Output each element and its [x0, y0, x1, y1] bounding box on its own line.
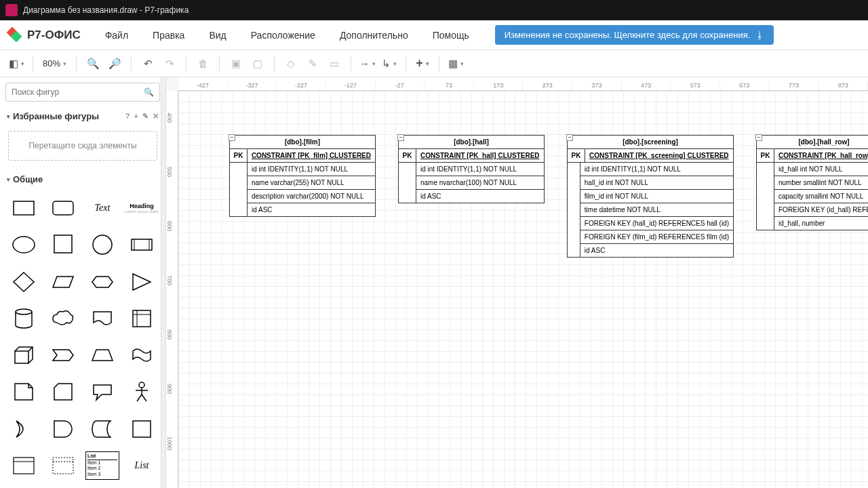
shape-triangle[interactable]	[125, 268, 159, 296]
shape-parallelogram[interactable]	[46, 268, 80, 296]
shape-rounded-rect[interactable]	[46, 194, 80, 222]
shape-hexagon[interactable]	[85, 268, 119, 296]
shape-list-text[interactable]: List	[125, 451, 159, 480]
help-icon[interactable]: ?	[125, 112, 130, 121]
svg-marker-10	[92, 277, 113, 287]
line-color-button[interactable]: ✎	[303, 54, 322, 73]
db-table-hall_row[interactable]: − [dbo].[hall_row] PKCONSTRAINT [PK_hall…	[756, 135, 868, 230]
svg-rect-13	[133, 310, 151, 327]
close-icon[interactable]: ✕	[153, 112, 159, 121]
svg-rect-3	[54, 235, 72, 253]
menu-file[interactable]: Файл	[93, 30, 140, 41]
svg-marker-11	[133, 274, 151, 290]
collapse-icon[interactable]: −	[397, 134, 404, 141]
collapse-icon[interactable]: −	[755, 134, 762, 141]
shadow-button[interactable]: ▭	[325, 54, 344, 73]
svg-marker-17	[92, 350, 113, 361]
shapes-palette: Text HeadingLorem ipsum dolor	[0, 188, 165, 488]
connection-button[interactable]: →▾	[358, 54, 377, 73]
fill-color-button[interactable]: ◇	[281, 54, 300, 73]
shape-process[interactable]	[125, 230, 159, 259]
shape-ellipse[interactable]	[7, 230, 41, 259]
svg-marker-9	[53, 277, 73, 287]
ruler-vertical: 4005006007008009001000	[166, 91, 178, 488]
svg-marker-8	[14, 272, 34, 291]
shape-tape[interactable]	[125, 341, 159, 369]
collapse-icon[interactable]: −	[566, 134, 573, 141]
shape-diamond[interactable]	[7, 268, 41, 296]
shape-search[interactable]: 🔍	[5, 83, 160, 102]
svg-marker-16	[53, 350, 73, 361]
shape-list-box[interactable]	[7, 451, 41, 480]
menu-arrange[interactable]: Расположение	[239, 30, 328, 41]
sidebar: 🔍 ▾Избранные фигуры ? + ✎ ✕ Перетащите с…	[0, 77, 166, 488]
window-title: Диаграмма без названия.draw - Р7-графика	[23, 5, 189, 15]
shape-container[interactable]	[125, 415, 159, 443]
app-icon	[5, 4, 18, 16]
shape-rect[interactable]	[7, 194, 41, 222]
shape-note[interactable]	[7, 378, 41, 406]
shape-trapezoid[interactable]	[85, 341, 119, 369]
shape-step[interactable]	[46, 341, 80, 369]
save-banner-text: Изменения не сохранены. Щелкните здесь д…	[505, 30, 751, 40]
svg-point-4	[93, 235, 112, 254]
titlebar: Диаграмма без названия.draw - Р7-графика	[0, 0, 868, 20]
zoom-out-button[interactable]: 🔎	[105, 54, 124, 73]
undo-button[interactable]: ↶	[138, 54, 157, 73]
favorites-panel-header[interactable]: ▾Избранные фигуры ? + ✎ ✕	[0, 107, 165, 125]
shape-document[interactable]	[85, 304, 119, 333]
edit-icon[interactable]: ✎	[142, 112, 149, 121]
svg-point-2	[13, 237, 35, 253]
shape-callout[interactable]	[85, 378, 119, 406]
redo-button[interactable]: ↷	[160, 54, 179, 73]
shape-square[interactable]	[46, 230, 80, 259]
sidebar-toggle-button[interactable]: ◧▾	[7, 54, 26, 73]
shape-circle[interactable]	[85, 230, 119, 259]
canvas[interactable]: − [dbo].[film] PKCONSTRAINT [PK_film] CL…	[178, 91, 868, 488]
collapse-icon[interactable]: −	[229, 134, 235, 141]
favorites-drop-zone[interactable]: Перетащите сюда элементы	[8, 131, 157, 161]
shape-cylinder[interactable]	[7, 304, 41, 333]
common-panel-header[interactable]: ▾Общие	[0, 170, 165, 188]
shape-data-storage[interactable]	[85, 415, 119, 443]
shape-heading[interactable]: HeadingLorem ipsum dolor	[125, 194, 159, 222]
shape-card[interactable]	[46, 378, 80, 406]
add-icon[interactable]: +	[134, 112, 138, 121]
menu-view[interactable]: Вид	[197, 30, 238, 41]
shape-crescent[interactable]	[7, 415, 41, 443]
svg-line-22	[142, 394, 146, 401]
db-table-film[interactable]: − [dbo].[film] PKCONSTRAINT [PK_film] CL…	[229, 135, 376, 217]
to-front-button[interactable]: ▣	[226, 54, 245, 73]
shape-cube[interactable]	[7, 341, 41, 369]
svg-point-12	[16, 309, 32, 314]
zoom-in-button[interactable]: 🔍	[83, 54, 102, 73]
table-button[interactable]: ▦▾	[446, 54, 465, 73]
shape-list-dashed[interactable]	[46, 451, 80, 480]
svg-point-18	[139, 382, 144, 388]
search-icon[interactable]: 🔍	[144, 87, 154, 97]
logo-icon	[7, 27, 23, 43]
db-table-hall[interactable]: − [dbo].[hall] PKCONSTRAINT [PK_hall] CL…	[398, 135, 545, 203]
waypoints-button[interactable]: ↳▾	[380, 54, 399, 73]
app-logo: Р7-ОФИС	[7, 27, 81, 43]
ruler-horizontal: -427-327-227-127-27731732733734735736737…	[178, 77, 868, 91]
shape-and[interactable]	[46, 415, 80, 443]
menu-help[interactable]: Помощь	[420, 30, 481, 41]
insert-button[interactable]: +▾	[413, 54, 432, 73]
to-back-button[interactable]: ▢	[248, 54, 267, 73]
shape-internal-storage[interactable]	[125, 304, 159, 333]
svg-rect-23	[133, 421, 151, 437]
toolbar: ◧▾ 80%▾ 🔍 🔎 ↶ ↷ 🗑 ▣ ▢ ◇ ✎ ▭ →▾ ↳▾ +▾ ▦▾	[0, 50, 868, 77]
save-banner[interactable]: Изменения не сохранены. Щелкните здесь д…	[495, 25, 774, 45]
shape-text[interactable]: Text	[85, 194, 119, 222]
shape-cloud[interactable]	[46, 304, 80, 333]
search-input[interactable]	[12, 87, 144, 97]
canvas-area: -427-327-227-127-27731732733734735736737…	[166, 77, 868, 488]
db-table-screening[interactable]: − [dbo].[screening] PKCONSTRAINT [PK_scr…	[567, 135, 734, 258]
delete-button[interactable]: 🗑	[193, 54, 212, 73]
zoom-select[interactable]: 80%▾	[40, 58, 69, 68]
menu-extras[interactable]: Дополнительно	[328, 30, 420, 41]
shape-list-items[interactable]: ListItem 1Item 2Item 3	[85, 451, 119, 480]
menu-edit[interactable]: Правка	[140, 30, 197, 41]
shape-actor[interactable]	[125, 378, 159, 406]
